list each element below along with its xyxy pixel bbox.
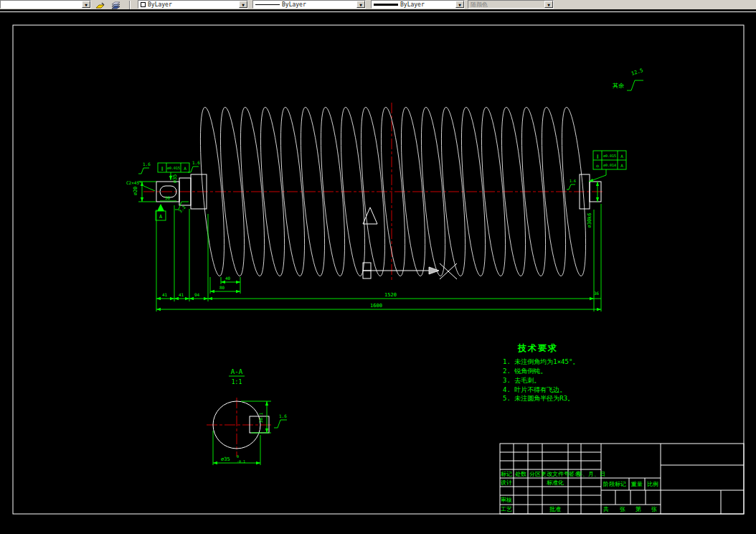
dim-dia-left: ⌀20: [133, 187, 138, 196]
tol-left-symbol: ∥: [161, 166, 164, 172]
section-width: ⌀35: [221, 456, 230, 462]
sheet-frame: [13, 25, 744, 514]
tb-count: 处数: [515, 471, 526, 477]
section-width-tol-hi: 0: [237, 454, 239, 459]
tol-left-datum: A: [184, 166, 186, 171]
dim-36: 36: [594, 291, 600, 296]
section-width-tol-lo: -0.1: [237, 459, 245, 464]
dim-40: 40: [225, 276, 231, 281]
surface-rest-note: 其余 12.5: [613, 67, 644, 90]
section-roughness: 1.6: [279, 413, 287, 418]
tb-change-no: 更改文件号: [541, 471, 570, 477]
color-control-value: ByLayer: [148, 1, 172, 8]
chevron-down-icon[interactable]: ▼: [239, 1, 247, 8]
title-block: 标记 处数 分区 更改文件号 签名 年、月、日 设计 标准化 审核 工艺 批准 …: [500, 444, 744, 514]
chevron-down-icon: ▼: [544, 1, 553, 8]
tb-scale: 比例: [647, 481, 658, 487]
tech-item-3: 3. 去毛刺。: [503, 377, 540, 384]
tech-item-4: 4. 叶片不得有飞边。: [503, 386, 566, 393]
tb-zone: 分区: [529, 471, 541, 477]
dim-41b: 41: [179, 292, 184, 297]
dim-chamfer: C2×45°: [126, 180, 142, 185]
make-layer-current-button[interactable]: [93, 0, 108, 9]
tb-no: 第: [635, 506, 641, 512]
datum-symbol: A: [156, 204, 166, 220]
section-scale: 1:1: [232, 379, 242, 385]
dim-80: 80: [219, 285, 225, 290]
tol-left-value: ⌀0.015: [167, 166, 180, 170]
tb-date: 年、月、日: [577, 471, 605, 477]
model-space[interactable]: 41 41 94 1520 36 1600 40 80 ⌀20 ⌀35 ⌀30k…: [0, 0, 756, 534]
tolerance-frame-right: ∥ ⌀0.015 A ◎ ⌀0.014 A: [589, 151, 626, 182]
tech-item-5: 5. 未注圆角半径为R3。: [503, 395, 574, 402]
tech-title: 技术要求: [517, 343, 558, 353]
datum-label: A: [159, 214, 163, 220]
section-view: A-A 1:1 ⌀35 0 -0.1 38.1 1.6: [213, 368, 287, 465]
centerlines: [143, 103, 604, 456]
toolbar-separator: [129, 1, 131, 9]
tol-right1-datum: A: [620, 154, 623, 159]
tol-right1-value: ⌀0.015: [603, 154, 616, 158]
tb-sheet-a: 张: [620, 506, 625, 512]
layer-combo[interactable]: ▼: [0, 0, 91, 9]
dim-span: 1520: [384, 292, 397, 298]
lineweight-control[interactable]: ByLayer ▼: [371, 0, 465, 9]
roughness-16a: 1.6: [143, 161, 151, 167]
color-swatch: [141, 2, 146, 7]
tol-right2-symbol: ◎: [596, 163, 599, 168]
chevron-down-icon[interactable]: ▼: [356, 1, 365, 8]
tb-approve: 批准: [549, 506, 561, 512]
dim-94: 94: [194, 292, 200, 297]
tol-right2-value: ⌀0.014: [603, 163, 616, 167]
rest-value: 12.5: [630, 67, 644, 77]
roughness-16b: 1.6: [192, 160, 200, 165]
tech-requirements: 技术要求 1. 未注倒角均为1×45°。 2. 锐角倒钝。 3. 去毛刺。 4.…: [503, 343, 579, 402]
tb-stage: 阶段标记: [603, 481, 626, 487]
plotstyle-control: 随颜色 ▼: [468, 0, 554, 9]
dim-key-length: 50: [165, 195, 171, 200]
arrow-right-icon: [429, 267, 439, 274]
drawing-area-top-edge: [0, 11, 756, 12]
lineweight-control-value: ByLayer: [400, 1, 425, 8]
dim-overall: 1600: [370, 303, 382, 309]
roughness-32: 3.2: [177, 205, 186, 214]
lineweight-sample: [374, 4, 398, 6]
tb-weight: 重量: [630, 481, 643, 487]
chevron-down-icon[interactable]: ▼: [82, 1, 90, 8]
tb-process: 工艺: [501, 506, 512, 512]
tech-item-2: 2. 锐角倒钝。: [503, 367, 547, 375]
linetype-control[interactable]: ByLayer ▼: [252, 0, 366, 9]
rest-label: 其余: [613, 83, 624, 89]
dim-41a: 41: [162, 292, 168, 297]
tb-standardize: 标准化: [547, 479, 564, 486]
linetype-sample: [255, 4, 280, 5]
roughness-16c: 1.6: [570, 179, 576, 183]
dim-dia-hub: ⌀35: [172, 174, 178, 184]
tb-design: 设计: [501, 479, 512, 486]
tol-right2-datum: A: [620, 163, 623, 168]
tb-review: 审核: [501, 497, 512, 503]
linetype-control-value: ByLayer: [282, 1, 306, 8]
tb-sheet-b: 张: [651, 506, 657, 512]
tb-mark: 标记: [501, 471, 512, 477]
tol-right1-symbol: ∥: [597, 154, 599, 159]
properties-toolbar: ▼ ByLayer ▼ ByLayer ▼ ByLayer ▼ 随颜色 ▼: [0, 0, 756, 9]
color-control[interactable]: ByLayer ▼: [138, 0, 248, 9]
plotstyle-control-value: 随颜色: [471, 1, 488, 9]
layers-button[interactable]: [109, 0, 123, 9]
chevron-down-icon[interactable]: ▼: [455, 1, 464, 8]
layers-icon: [110, 1, 122, 9]
tech-item-1: 1. 未注倒角均为1×45°。: [503, 358, 579, 365]
tb-total: 共: [603, 506, 609, 512]
layer-current-icon: [95, 1, 106, 9]
section-title: A-A: [231, 368, 243, 375]
dim-dia-right: ⌀30k6: [587, 212, 592, 228]
section-depth: 38.1: [258, 412, 263, 423]
